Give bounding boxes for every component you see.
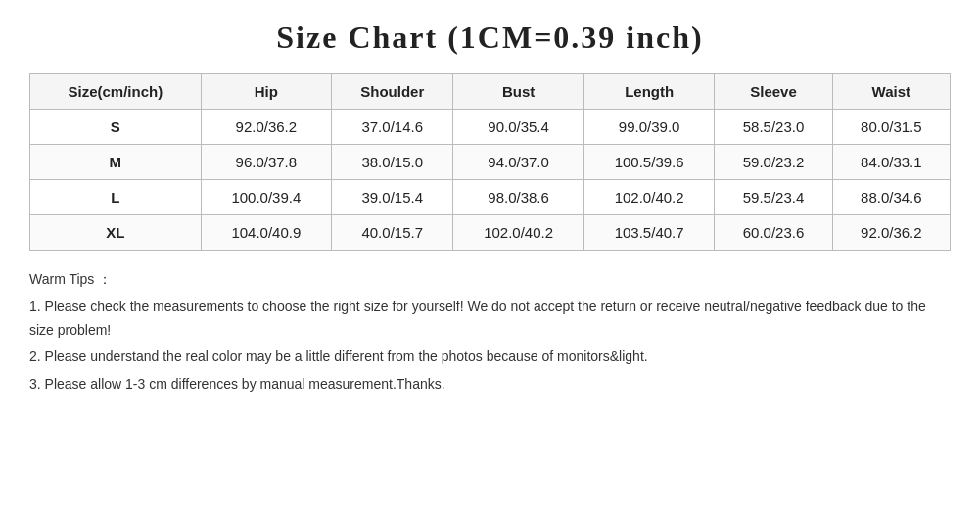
table-cell-bust: 102.0/40.2 <box>453 215 584 251</box>
warm-tip-2: 2. Please understand the real color may … <box>29 346 951 369</box>
table-header-waist: Waist <box>832 74 950 110</box>
table-cell-shoulder: 38.0/15.0 <box>332 145 453 180</box>
table-cell-waist: 80.0/31.5 <box>832 110 950 145</box>
table-cell-bust: 98.0/38.6 <box>453 180 584 215</box>
table-header-size-cm-inch-: Size(cm/inch) <box>30 74 202 110</box>
table-cell-hip: 96.0/37.8 <box>201 145 332 180</box>
table-row: XL104.0/40.940.0/15.7102.0/40.2103.5/40.… <box>30 215 951 251</box>
table-cell-shoulder: 37.0/14.6 <box>332 110 453 145</box>
table-cell-waist: 88.0/34.6 <box>832 180 950 215</box>
table-cell-hip: 104.0/40.9 <box>201 215 332 251</box>
table-row: M96.0/37.838.0/15.094.0/37.0100.5/39.659… <box>30 145 951 180</box>
table-cell-size: S <box>30 110 202 145</box>
table-cell-hip: 100.0/39.4 <box>201 180 332 215</box>
page: Size Chart (1CM=0.39 inch) Size(cm/inch)… <box>0 0 980 510</box>
table-cell-size: M <box>30 145 202 180</box>
table-row: S92.0/36.237.0/14.690.0/35.499.0/39.058.… <box>30 110 951 145</box>
warm-tips-section: Warm Tips ： 1. Please check the measurem… <box>29 268 951 396</box>
table-cell-length: 102.0/40.2 <box>583 180 715 215</box>
table-cell-waist: 84.0/33.1 <box>832 145 950 180</box>
table-cell-sleeve: 58.5/23.0 <box>715 110 832 145</box>
size-table: Size(cm/inch)HipShoulderBustLengthSleeve… <box>29 73 951 251</box>
table-cell-length: 100.5/39.6 <box>583 145 715 180</box>
table-cell-sleeve: 60.0/23.6 <box>715 215 832 251</box>
table-row: L100.0/39.439.0/15.498.0/38.6102.0/40.25… <box>30 180 951 215</box>
table-header-hip: Hip <box>201 74 332 110</box>
table-cell-bust: 94.0/37.0 <box>453 145 584 180</box>
table-header-length: Length <box>583 74 715 110</box>
table-cell-sleeve: 59.5/23.4 <box>715 180 832 215</box>
table-cell-waist: 92.0/36.2 <box>832 215 950 251</box>
table-cell-size: L <box>30 180 202 215</box>
warm-tip-3: 3. Please allow 1-3 cm differences by ma… <box>29 373 951 396</box>
table-cell-sleeve: 59.0/23.2 <box>715 145 832 180</box>
warm-tip-1: 1. Please check the measurements to choo… <box>29 296 951 343</box>
table-cell-size: XL <box>30 215 202 251</box>
table-cell-bust: 90.0/35.4 <box>453 110 584 145</box>
table-cell-length: 99.0/39.0 <box>583 110 715 145</box>
table-cell-shoulder: 39.0/15.4 <box>332 180 453 215</box>
table-cell-hip: 92.0/36.2 <box>201 110 332 145</box>
table-cell-shoulder: 40.0/15.7 <box>332 215 453 251</box>
table-header-sleeve: Sleeve <box>715 74 832 110</box>
page-title: Size Chart (1CM=0.39 inch) <box>29 20 951 56</box>
warm-tips-heading: Warm Tips ： <box>29 268 951 292</box>
table-cell-length: 103.5/40.7 <box>583 215 715 251</box>
table-header-bust: Bust <box>453 74 584 110</box>
table-header-shoulder: Shoulder <box>332 74 453 110</box>
table-header-row: Size(cm/inch)HipShoulderBustLengthSleeve… <box>30 74 951 110</box>
